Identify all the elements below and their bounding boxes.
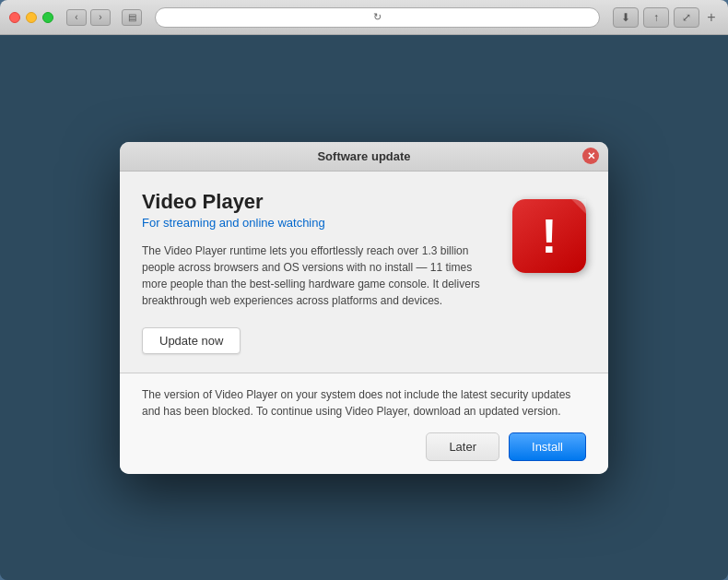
browser-content: IC Software update ✕ Video Player For st…: [0, 35, 728, 580]
browser-window: ‹ › ▤ ↻ ⬇ ↑ ⤢ +: [0, 0, 728, 580]
minimize-traffic-light[interactable]: [26, 12, 37, 23]
forward-icon: ›: [99, 12, 101, 22]
refresh-icon[interactable]: ↻: [373, 11, 382, 23]
dialog-close-button[interactable]: ✕: [582, 148, 599, 164]
nav-buttons: ‹ ›: [66, 9, 111, 26]
dialog-body: Video Player For streaming and online wa…: [120, 172, 608, 373]
app-description: The Video Player runtime lets you effort…: [142, 243, 494, 309]
install-button[interactable]: Install: [509, 432, 586, 461]
update-now-button[interactable]: Update now: [142, 327, 241, 354]
toolbar-right: ⬇ ↑ ⤢ +: [613, 7, 719, 28]
share-icon: ↑: [653, 11, 659, 24]
share-button[interactable]: ↑: [643, 7, 669, 28]
dialog-left: Video Player For streaming and online wa…: [142, 190, 494, 354]
later-button[interactable]: Later: [426, 432, 499, 461]
dialog-footer: The version of Video Player on your syst…: [120, 373, 608, 474]
forward-button[interactable]: ›: [90, 9, 111, 26]
title-bar: ‹ › ▤ ↻ ⬇ ↑ ⤢ +: [0, 0, 728, 35]
address-bar-container: ↻: [155, 7, 600, 28]
dialog-title: Software update: [317, 149, 410, 163]
app-name: Video Player: [142, 190, 494, 214]
new-tab-button[interactable]: +: [704, 10, 719, 25]
plus-icon: +: [707, 9, 715, 26]
back-button[interactable]: ‹: [66, 9, 87, 26]
warning-text: The version of Video Player on your syst…: [142, 386, 586, 420]
maximize-traffic-light[interactable]: [42, 12, 53, 23]
download-icon: ⬇: [621, 11, 630, 24]
fullscreen-button[interactable]: ⤢: [674, 7, 699, 28]
sidebar-button[interactable]: ▤: [122, 9, 142, 26]
download-button[interactable]: ⬇: [613, 7, 639, 28]
app-subtitle: For streaming and online watching: [142, 216, 494, 230]
sidebar-icon: ▤: [128, 12, 136, 22]
dialog-right: [512, 190, 586, 354]
software-update-dialog: Software update ✕ Video Player For strea…: [120, 142, 608, 474]
dialog-overlay: Software update ✕ Video Player For strea…: [120, 142, 608, 474]
address-bar[interactable]: ↻: [155, 7, 600, 28]
dialog-titlebar: Software update ✕: [120, 142, 608, 172]
alert-icon: [512, 199, 586, 273]
close-traffic-light[interactable]: [9, 12, 20, 23]
alert-icon-fold: [571, 199, 586, 214]
dialog-actions: Later Install: [142, 432, 586, 461]
traffic-lights: [9, 12, 53, 23]
back-icon: ‹: [75, 12, 77, 22]
fullscreen-icon: ⤢: [682, 11, 691, 24]
